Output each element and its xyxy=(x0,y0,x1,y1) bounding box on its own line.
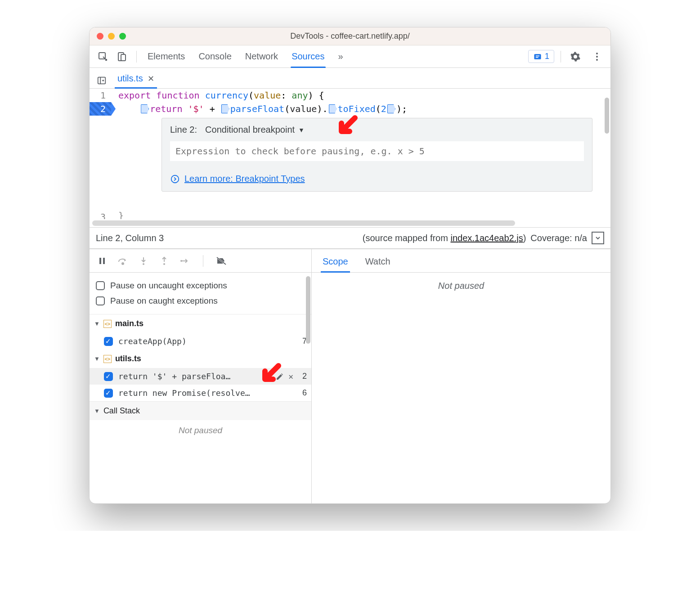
editor[interactable]: 1 2 export function currency ( value : a… xyxy=(90,89,610,219)
svg-point-12 xyxy=(143,263,144,265)
status-bar: Line 2, Column 3 (source mapped from ind… xyxy=(90,227,610,249)
svg-point-14 xyxy=(180,260,182,262)
file-tab-utils-ts[interactable]: utils.ts ✕ xyxy=(115,69,157,88)
breakpoint-condition-input[interactable] xyxy=(170,141,584,161)
breakpoints-file-header[interactable]: ▼ <> main.ts xyxy=(90,314,311,333)
code-line-3[interactable]: } xyxy=(118,210,124,219)
separator xyxy=(561,51,561,63)
inspect-element-icon[interactable] xyxy=(95,49,111,65)
cursor-position: Line 2, Column 3 xyxy=(96,233,164,243)
bottom-panels: Pause on uncaught exceptions Pause on ca… xyxy=(90,249,610,503)
inline-breakpoint-icon[interactable] xyxy=(387,104,395,113)
show-console-toggle-icon[interactable] xyxy=(592,232,604,244)
svg-rect-2 xyxy=(121,54,126,61)
debug-toolbar xyxy=(90,249,311,273)
tab-sources[interactable]: Sources xyxy=(291,46,325,67)
chevron-down-icon: ▼ xyxy=(298,126,305,134)
issues-badge[interactable]: 1 xyxy=(528,50,554,63)
breakpoints-group-utils: ▼ <> utils.ts return '$' + parseFloa… ✕ … xyxy=(90,350,311,401)
tab-scope[interactable]: Scope xyxy=(321,251,350,272)
devtools-window: DevTools - coffee-cart.netlify.app/ Elem… xyxy=(89,27,611,504)
learn-more-link[interactable]: Learn more: Breakpoint Types xyxy=(170,174,584,184)
tab-overflow[interactable]: » xyxy=(337,46,344,67)
deactivate-breakpoints-icon[interactable] xyxy=(215,255,228,267)
close-tab-icon[interactable]: ✕ xyxy=(148,74,154,84)
right-panel-tabs: Scope Watch xyxy=(312,249,610,273)
tab-network[interactable]: Network xyxy=(244,46,279,67)
tab-console[interactable]: Console xyxy=(197,46,232,67)
traffic-lights xyxy=(97,33,126,40)
gutter-line-3[interactable]: 3 xyxy=(90,210,111,219)
svg-rect-3 xyxy=(534,54,541,59)
close-window-button[interactable] xyxy=(97,33,103,40)
call-stack-header[interactable]: ▼ Call Stack xyxy=(90,401,311,420)
scope-not-paused: Not paused xyxy=(312,281,610,291)
more-menu-icon[interactable] xyxy=(589,49,605,65)
source-map-label: (source mapped from index.1ac4eab2.js) xyxy=(363,233,526,243)
svg-point-6 xyxy=(596,59,598,61)
tab-elements[interactable]: Elements xyxy=(147,46,186,67)
separator xyxy=(203,255,203,267)
checkbox[interactable] xyxy=(96,281,105,290)
gutter-line-1[interactable]: 1 xyxy=(90,89,111,102)
toolbar-right: 1 xyxy=(528,49,605,65)
svg-point-8 xyxy=(171,175,179,183)
tab-watch[interactable]: Watch xyxy=(363,251,392,272)
step-out-icon[interactable] xyxy=(158,255,171,267)
breakpoint-type-dropdown[interactable]: Conditional breakpoint ▼ xyxy=(205,125,305,135)
scope-watch-panel: Scope Watch Not paused xyxy=(312,249,610,503)
debugger-panel: Pause on uncaught exceptions Pause on ca… xyxy=(90,249,312,503)
pause-uncaught-row[interactable]: Pause on uncaught exceptions xyxy=(96,278,305,293)
pause-section: Pause on uncaught exceptions Pause on ca… xyxy=(90,273,311,314)
breakpoint-line-label: Line 2: xyxy=(170,125,197,135)
step-icon[interactable] xyxy=(179,255,191,267)
code-line-2[interactable]: return '$' + parseFloat ( value ). toFix… xyxy=(118,102,601,116)
pause-caught-row[interactable]: Pause on caught exceptions xyxy=(96,293,305,309)
checkbox[interactable] xyxy=(104,337,113,346)
svg-point-4 xyxy=(596,53,598,54)
code-content[interactable]: export function currency ( value : any )… xyxy=(118,89,601,116)
breakpoint-item[interactable]: return new Promise(resolve… 6 xyxy=(90,385,311,401)
svg-point-5 xyxy=(596,56,598,58)
window-title: DevTools - coffee-cart.netlify.app/ xyxy=(90,31,610,41)
panel-tabs: Elements Console Network Sources » xyxy=(147,46,344,67)
chevron-down-icon: ▼ xyxy=(94,355,100,362)
checkbox[interactable] xyxy=(96,296,105,305)
navigator-toggle-icon[interactable] xyxy=(94,73,109,88)
scrollbar-vertical[interactable] xyxy=(605,98,609,134)
device-toggle-icon[interactable] xyxy=(114,49,130,65)
step-over-icon[interactable] xyxy=(117,255,129,267)
edit-breakpoint-icon[interactable] xyxy=(276,372,284,381)
inline-breakpoint-icon[interactable] xyxy=(221,104,229,113)
gutter[interactable]: 1 2 xyxy=(90,89,111,116)
scrollbar-thumb[interactable] xyxy=(92,220,515,226)
maximize-window-button[interactable] xyxy=(119,33,126,40)
inline-breakpoint-icon[interactable] xyxy=(141,104,149,113)
checkbox[interactable] xyxy=(104,372,113,381)
main-toolbar: Elements Console Network Sources » 1 xyxy=(90,45,610,68)
editor-hscrollbar[interactable] xyxy=(90,219,610,227)
breakpoint-item[interactable]: createApp(App) 7 xyxy=(90,333,311,350)
scrollbar-vertical[interactable] xyxy=(306,276,310,344)
chevron-down-icon: ▼ xyxy=(94,320,100,327)
checkbox[interactable] xyxy=(104,389,113,398)
minimize-window-button[interactable] xyxy=(108,33,115,40)
remove-breakpoint-icon[interactable]: ✕ xyxy=(288,372,293,381)
breakpoints-file-header[interactable]: ▼ <> utils.ts xyxy=(90,350,311,368)
svg-rect-7 xyxy=(98,77,106,84)
breakpoint-item[interactable]: return '$' + parseFloa… ✕ 2 xyxy=(90,368,311,385)
titlebar: DevTools - coffee-cart.netlify.app/ xyxy=(90,27,610,45)
breakpoints-group-main: ▼ <> main.ts createApp(App) 7 xyxy=(90,314,311,350)
settings-gear-icon[interactable] xyxy=(567,49,583,65)
source-map-link[interactable]: index.1ac4eab2.js xyxy=(450,233,523,243)
svg-point-11 xyxy=(122,263,124,265)
coverage-label: Coverage: n/a xyxy=(530,233,587,243)
pause-button-icon[interactable] xyxy=(96,255,108,267)
svg-point-13 xyxy=(163,263,165,265)
chevron-down-icon: ▼ xyxy=(94,408,100,414)
inline-breakpoint-icon[interactable] xyxy=(329,104,337,113)
step-into-icon[interactable] xyxy=(137,255,150,267)
gutter-line-2-breakpoint[interactable]: 2 xyxy=(90,102,111,116)
breakpoint-editor-dialog: Line 2: Conditional breakpoint ▼ Learn m… xyxy=(162,118,592,192)
code-line-1[interactable]: export function currency ( value : any )… xyxy=(118,89,601,102)
